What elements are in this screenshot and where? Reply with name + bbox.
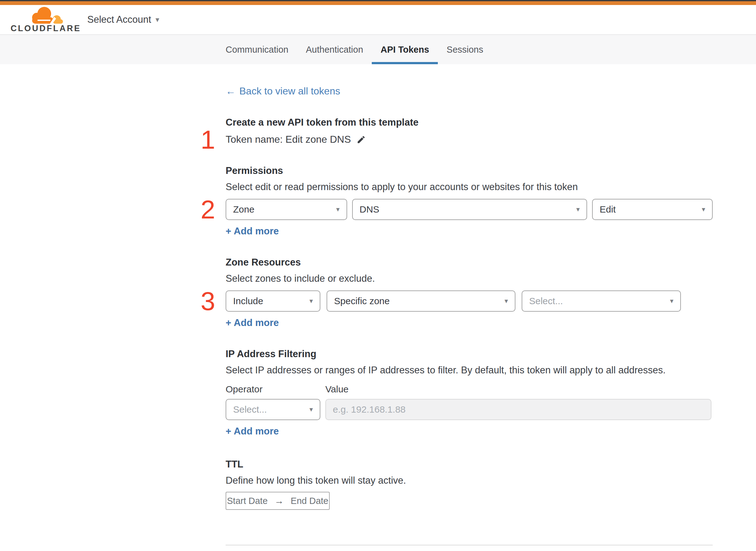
zone-mode-select[interactable]: Include ▾ <box>226 291 320 312</box>
chevron-down-icon: ▾ <box>576 205 580 213</box>
ip-filtering-heading: IP Address Filtering <box>226 349 713 360</box>
chevron-down-icon: ▾ <box>505 297 508 305</box>
step-number-2: 2 <box>196 196 220 222</box>
permission-scope-value: Zone <box>233 204 254 215</box>
plus-icon: + <box>226 225 231 237</box>
zone-resources-row: 3 Include ▾ Specific zone ▾ Select... ▾ <box>226 291 713 312</box>
ip-filtering-add-more-label: Add more <box>234 426 279 437</box>
back-link-label: Back to view all tokens <box>239 85 340 97</box>
ip-filtering-labels: Operator Value <box>226 384 713 395</box>
tab-communication[interactable]: Communication <box>217 35 297 64</box>
chevron-down-icon: ▾ <box>670 297 673 305</box>
start-date-placeholder: Start Date <box>227 496 268 506</box>
zone-mode-value: Include <box>233 296 263 307</box>
permissions-add-more-link[interactable]: + Add more <box>226 225 279 237</box>
permissions-heading: Permissions <box>226 165 713 176</box>
value-label: Value <box>325 384 349 395</box>
account-selector[interactable]: Select Account ▾ <box>87 14 159 25</box>
permissions-policy-row: 2 Zone ▾ DNS ▾ Edit ▾ <box>226 199 713 220</box>
zone-resources-add-more-link[interactable]: + Add more <box>226 317 279 329</box>
ip-value-input[interactable] <box>325 399 711 420</box>
zone-type-value: Specific zone <box>334 296 390 307</box>
account-selector-label: Select Account <box>87 14 151 25</box>
back-to-tokens-link[interactable]: ← Back to view all tokens <box>226 85 340 97</box>
zone-picker-placeholder: Select... <box>529 296 563 307</box>
top-orange-strip <box>0 1 756 5</box>
app-header: CLOUDFLARE Select Account ▾ <box>0 5 756 35</box>
permission-resource-value: DNS <box>359 204 379 215</box>
chevron-down-icon: ▾ <box>309 406 313 414</box>
ip-filtering-row: Select... ▾ <box>226 399 713 420</box>
chevron-down-icon: ▾ <box>336 205 340 213</box>
ip-operator-select[interactable]: Select... ▾ <box>226 399 320 420</box>
main-content: ← Back to view all tokens Create a new A… <box>226 64 713 551</box>
edit-token-name-button[interactable] <box>356 135 366 144</box>
zone-type-select[interactable]: Specific zone ▾ <box>326 291 516 312</box>
ip-operator-placeholder: Select... <box>233 404 267 415</box>
create-token-heading: Create a new API token from this templat… <box>226 117 713 128</box>
permission-access-value: Edit <box>600 204 616 215</box>
cloudflare-cloud-icon <box>28 6 65 24</box>
end-date-placeholder: End Date <box>291 496 328 506</box>
arrow-left-icon: ← <box>226 85 235 97</box>
chevron-down-icon: ▾ <box>309 297 313 305</box>
plus-icon: + <box>226 317 231 329</box>
ip-filtering-description: Select IP addresses or ranges of IP addr… <box>226 365 713 376</box>
zone-picker-select[interactable]: Select... ▾ <box>522 291 681 312</box>
ip-filtering-add-more-link[interactable]: + Add more <box>226 426 279 437</box>
ttl-description: Define how long this token will stay act… <box>226 475 713 486</box>
zone-resources-heading: Zone Resources <box>226 257 713 268</box>
brand-wordmark: CLOUDFLARE <box>11 24 81 33</box>
token-name-row: 1 Token name: Edit zone DNS <box>226 134 713 145</box>
permission-scope-select[interactable]: Zone ▾ <box>226 199 347 220</box>
token-name-text: Token name: Edit zone DNS <box>226 134 351 145</box>
zone-resources-description: Select zones to include or exclude. <box>226 273 713 284</box>
tab-sessions[interactable]: Sessions <box>438 35 492 64</box>
permission-resource-select[interactable]: DNS ▾ <box>352 199 587 220</box>
step-number-1: 1 <box>196 126 220 153</box>
permission-access-select[interactable]: Edit ▾ <box>592 199 713 220</box>
footer-divider <box>226 545 713 545</box>
chevron-down-icon: ▾ <box>155 15 159 24</box>
ttl-heading: TTL <box>226 459 713 470</box>
profile-tabbar: Communication Authentication API Tokens … <box>0 35 756 64</box>
tab-authentication[interactable]: Authentication <box>297 35 372 64</box>
chevron-down-icon: ▾ <box>702 205 705 213</box>
operator-label: Operator <box>226 384 320 395</box>
permissions-description: Select edit or read permissions to apply… <box>226 181 713 192</box>
zone-resources-add-more-label: Add more <box>234 317 279 329</box>
step-number-3: 3 <box>196 288 220 314</box>
plus-icon: + <box>226 426 231 437</box>
permissions-add-more-label: Add more <box>234 225 279 237</box>
tab-api-tokens[interactable]: API Tokens <box>372 35 438 64</box>
pencil-icon <box>356 135 366 144</box>
cloudflare-logo[interactable]: CLOUDFLARE <box>11 6 70 33</box>
arrow-right-icon: → <box>274 496 284 506</box>
ttl-date-range-picker[interactable]: Start Date → End Date <box>226 492 330 510</box>
